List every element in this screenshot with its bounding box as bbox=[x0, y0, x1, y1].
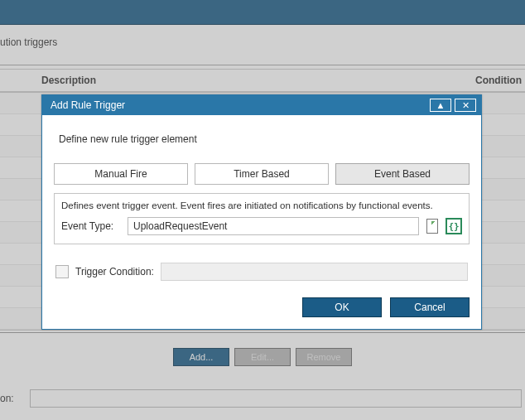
triangle-up-icon: ▲ bbox=[436, 101, 446, 110]
event-type-label: Event Type: bbox=[61, 220, 123, 232]
dialog-intro: Define new rule trigger element bbox=[54, 130, 470, 163]
dialog-titlebar[interactable]: Add Rule Trigger ▲ ✕ bbox=[42, 95, 481, 115]
trigger-condition-checkbox[interactable] bbox=[55, 265, 69, 278]
browse-event-button[interactable] bbox=[424, 218, 441, 234]
trigger-type-tabs: Manual Fire Timer Based Event Based bbox=[54, 163, 470, 185]
close-icon: ✕ bbox=[462, 101, 470, 110]
minimize-button[interactable]: ▲ bbox=[430, 99, 451, 112]
expression-button[interactable]: {} bbox=[446, 218, 462, 234]
tab-timer-based[interactable]: Timer Based bbox=[195, 163, 329, 185]
add-rule-trigger-dialog: Add Rule Trigger ▲ ✕ Define new rule tri… bbox=[41, 94, 482, 330]
event-panel-description: Defines event trigger event. Event fires… bbox=[61, 200, 462, 210]
dialog-title: Add Rule Trigger bbox=[51, 99, 426, 111]
ok-button[interactable]: OK bbox=[302, 297, 382, 317]
document-icon bbox=[426, 219, 438, 234]
cancel-button[interactable]: Cancel bbox=[390, 297, 470, 317]
trigger-condition-label: Trigger Condition: bbox=[75, 266, 154, 278]
event-based-panel: Defines event trigger event. Event fires… bbox=[54, 193, 470, 244]
tab-manual-fire[interactable]: Manual Fire bbox=[54, 163, 188, 185]
trigger-condition-input bbox=[161, 263, 468, 281]
event-type-input[interactable] bbox=[128, 217, 419, 235]
braces-icon: {} bbox=[448, 222, 459, 231]
tab-event-based[interactable]: Event Based bbox=[335, 163, 470, 185]
close-button[interactable]: ✕ bbox=[455, 99, 476, 112]
